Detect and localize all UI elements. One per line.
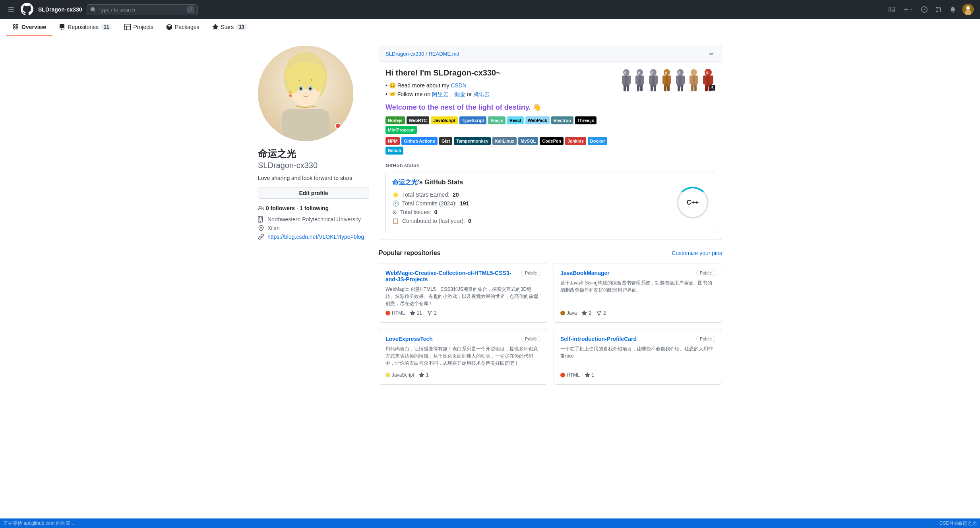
lang-dot [385, 311, 390, 315]
profile-avatar [258, 46, 353, 141]
repo-name[interactable]: LoveExpressTech [385, 336, 521, 342]
tech-badge[interactable]: Gist [439, 137, 452, 145]
add-button[interactable] [901, 5, 915, 14]
profile-sidebar: 命运之光 SLDragon-cx330 Love sharing and loo… [258, 46, 369, 385]
tab-packages[interactable]: Packages [160, 19, 205, 36]
tech-badge[interactable]: React [507, 116, 524, 124]
repo-description: WebMagic: 创意HTML5、CSS3和JS项目的集合，探索交互式的3D翻… [385, 286, 540, 307]
terminal-button[interactable] [887, 5, 897, 14]
pull-requests-button[interactable] [934, 5, 943, 14]
repo-card-header: JavaBookManager Public [560, 270, 715, 276]
tech-badge[interactable]: Bilibili [385, 147, 403, 155]
readme-welcome: Welcome to the nest of the light of dest… [385, 103, 614, 112]
edit-readme-button[interactable]: ✏ [708, 49, 715, 58]
github-status-section: GitHub status 命运之光's GitHub Stats ⭐ Tota… [385, 162, 715, 233]
notifications-button[interactable] [948, 5, 958, 14]
svg-rect-34 [649, 75, 652, 84]
tech-badge[interactable]: Three.js [575, 116, 597, 124]
character-figure: S 5 [701, 68, 715, 91]
issues-button[interactable] [920, 5, 929, 14]
edit-profile-button[interactable]: Edit profile [258, 188, 369, 199]
tech-badge[interactable]: Github Actions [401, 137, 437, 145]
readme-body: Hi there! I'm SLDragon-cx330~ • 😊 Read m… [379, 62, 722, 240]
tech-badge[interactable]: NPM [385, 137, 400, 145]
svg-point-12 [300, 87, 302, 90]
following-count[interactable]: 1 following [300, 205, 329, 211]
readme-path-user[interactable]: SLDragon-cx330 [385, 51, 424, 57]
badges-row-2: NPMGithub ActionsGistTampermonkeyKaliLin… [385, 137, 614, 155]
star-icon [212, 24, 219, 30]
grid-icon [13, 24, 19, 30]
tech-badge[interactable]: Tampermonkey [454, 137, 491, 145]
search-bar[interactable]: Type / to search / [87, 4, 198, 15]
repo-name[interactable]: JavaBookManager [560, 270, 696, 276]
header-actions [887, 4, 974, 15]
tech-badge[interactable]: MySQL [518, 137, 538, 145]
menu-button[interactable] [6, 5, 16, 14]
readme-title: Hi there! I'm SLDragon-cx330~ [385, 68, 614, 77]
tab-stars[interactable]: Stars 13 [206, 19, 254, 36]
lang-dot [385, 373, 390, 377]
tab-packages-label: Packages [175, 24, 199, 30]
svg-rect-29 [637, 86, 639, 91]
tech-badge[interactable]: WebPack [525, 116, 550, 124]
tech-badge[interactable]: Docker [588, 137, 607, 145]
svg-point-1 [966, 6, 970, 10]
repo-forks: 2 [427, 310, 437, 316]
repo-language: JavaScript [385, 372, 414, 378]
svg-text:S: S [706, 71, 709, 75]
status-indicator [335, 123, 341, 129]
search-placeholder: Type / to search [98, 7, 184, 13]
profile-meta: Northwestern Polytechnical University Xi… [258, 216, 369, 240]
svg-rect-22 [624, 86, 626, 91]
github-logo-icon[interactable] [21, 3, 33, 17]
svg-rect-62 [710, 75, 713, 84]
tech-badge[interactable]: MiniProgram [385, 126, 417, 134]
tech-badge[interactable]: Nodejs [385, 116, 405, 124]
csdn-link[interactable]: CSDN [451, 82, 467, 89]
repo-name[interactable]: Self-introduction-ProfileCard [560, 336, 696, 342]
repo-visibility: Public [521, 336, 540, 342]
tech-badge[interactable]: JavaScript [431, 116, 458, 124]
repo-card-header: WebMagic-Creative-Collection-of-HTML5-CS… [385, 270, 540, 282]
tab-projects[interactable]: Projects [118, 19, 160, 36]
tech-badge[interactable]: KaliLinux [492, 137, 517, 145]
search-icon [90, 7, 96, 12]
main-content: SLDragon-cx330 / README.md ✏ Hi there! I… [379, 46, 722, 385]
tech-badge[interactable]: WebRTC [407, 116, 430, 124]
tab-overview[interactable]: Overview [6, 19, 52, 36]
repos-grid: WebMagic-Creative-Collection-of-HTML5-CS… [379, 263, 722, 385]
tech-badge[interactable]: TypeScript [459, 116, 486, 124]
readme-path-file[interactable]: README.md [428, 51, 459, 57]
aliyun-link[interactable]: 阿里云 [432, 91, 449, 97]
location-icon [258, 225, 264, 231]
repo-card-header: Self-introduction-ProfileCard Public [560, 336, 715, 342]
followers-count[interactable]: 0 followers [266, 205, 295, 211]
user-avatar[interactable] [963, 4, 974, 15]
repo-name[interactable]: WebMagic-Creative-Collection-of-HTML5-CS… [385, 270, 521, 282]
tab-repositories[interactable]: Repositories 11 [52, 19, 118, 36]
svg-rect-61 [703, 75, 707, 84]
tech-badge[interactable]: Jenkins [565, 137, 586, 145]
repo-stars: 1 [419, 372, 429, 378]
profile-nav: Overview Repositories 11 Projects Packag… [0, 19, 980, 36]
character-figure: 0 [674, 68, 687, 91]
website-link[interactable]: https://blog.csdn.net/VLOKL?type=blog [267, 234, 364, 240]
tech-badge[interactable]: Vue.js [488, 116, 505, 124]
svg-rect-58 [694, 86, 697, 91]
tech-badge[interactable]: CodePen [540, 137, 564, 145]
svg-rect-30 [640, 86, 643, 91]
meta-location: Xi'an [258, 225, 369, 231]
readme-characters: 0 0 [620, 68, 715, 91]
svg-point-9 [313, 70, 323, 92]
badges-row-1: NodejsWebRTCJavaScriptTypeScriptVue.jsRe… [385, 116, 614, 134]
tech-badge[interactable]: Electron [551, 116, 573, 124]
repo-visibility: Public [696, 270, 715, 276]
customize-pins-link[interactable]: Customize your pins [672, 250, 722, 256]
repo-description: 用代码表白，让情感变得有趣！表白系列是一个开源项目，提供多种创意方式来表达你的情… [385, 345, 540, 369]
juejin-link[interactable]: 掘金 [454, 91, 465, 97]
search-shortcut: / [187, 6, 195, 13]
svg-rect-48 [676, 75, 679, 84]
tencent-link[interactable]: 腾讯云 [473, 91, 490, 97]
svg-rect-49 [682, 75, 685, 84]
